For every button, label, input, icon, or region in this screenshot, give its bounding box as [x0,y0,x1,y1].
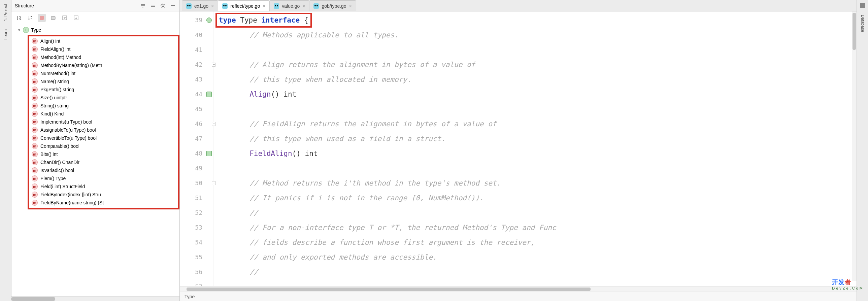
method-item[interactable]: Align() int [29,37,178,45]
show-non-public-icon[interactable] [49,14,57,22]
gutter-marker-icon[interactable] [207,151,212,156]
rail-item-database[interactable]: Database [859,11,866,36]
method-item[interactable]: ConvertibleTo(u Type) bool [29,134,178,142]
method-item[interactable]: Size() uintptr [29,94,178,102]
method-icon [32,54,38,60]
rail-item-project[interactable]: 1: Project [2,0,9,25]
editor-body: 39404142−43444546−47484950−5152535455565… [180,11,857,286]
method-label: FieldAlign() int [40,47,70,52]
close-icon[interactable]: × [302,3,305,9]
method-label: ChanDir() ChanDir [40,159,80,165]
database-icon[interactable] [860,3,865,8]
fold-icon[interactable]: − [212,63,216,67]
method-label: Comparable() bool [40,144,80,149]
highlighted-declaration: type Type interface { [216,13,312,28]
show-fields-icon[interactable] [38,14,46,22]
method-icon [32,46,38,52]
structure-title: Structure [15,3,34,8]
code-line: // and only exported methods are accessi… [214,250,857,265]
fold-icon[interactable]: − [212,181,216,185]
code-line: Align() int [214,87,857,102]
method-icon [32,191,38,198]
method-icon [32,143,38,149]
breadcrumb-segment[interactable]: Type [185,294,195,299]
scrollbar-thumb[interactable] [11,297,55,301]
gear-icon[interactable] [160,3,166,9]
go-file-icon [186,3,192,9]
gutter-line: 40 [180,28,213,42]
gutter-line: 51 [180,190,213,205]
gutter-line: 41 [180,42,213,57]
method-item[interactable]: Field(i int) StructField [29,182,178,190]
method-icon [32,95,38,101]
gutter-marker-icon[interactable] [207,18,212,23]
gutter-line: 55 [180,250,213,265]
close-icon[interactable]: × [211,3,214,9]
breadcrumb[interactable]: Type [180,292,857,301]
collapse-all-icon[interactable] [150,3,156,9]
method-item[interactable]: Comparable() bool [29,142,178,150]
code-line: // [214,205,857,220]
rail-item-learn[interactable]: Learn [2,25,9,44]
fold-icon[interactable]: − [212,122,216,126]
editor-vertical-scrollbar[interactable] [852,11,857,281]
left-tool-rail: 1: Project Learn [0,0,11,301]
structure-header: Structure [11,0,180,11]
tab-gob-type-go[interactable]: gob/type.go× [309,0,356,11]
svg-rect-2 [31,18,32,19]
method-item[interactable]: ChanDir() ChanDir [29,158,178,166]
method-icon [32,38,38,44]
method-item[interactable]: FieldAlign() int [29,45,178,53]
autoscroll-to-source-icon[interactable] [61,14,69,22]
method-item[interactable]: NumMethod() int [29,69,178,78]
expand-all-icon[interactable] [140,3,146,9]
method-item[interactable]: Elem() Type [29,174,178,182]
method-item[interactable]: Name() string [29,78,178,86]
method-icon [32,111,38,117]
method-icon [32,87,38,93]
method-item[interactable]: PkgPath() string [29,86,178,94]
tab-value-go[interactable]: value.go× [269,0,309,11]
watermark-text-2: 者 [845,279,851,285]
structure-toolbar [11,11,180,24]
code-pane[interactable]: type Type interface { // Methods applica… [214,11,857,286]
method-item[interactable]: String() string [29,102,178,110]
method-icon [32,70,38,77]
method-item[interactable]: Implements(u Type) bool [29,118,178,126]
method-item[interactable]: FieldByName(name string) (St [29,199,178,207]
scrollbar-thumb[interactable] [187,288,591,291]
method-item[interactable]: AssignableTo(u Type) bool [29,126,178,134]
scrollbar-thumb[interactable] [852,13,856,50]
tree-root-row[interactable]: ▼ Type [15,26,180,34]
method-icon [32,127,38,133]
method-label: String() string [40,103,69,109]
code-line: // Method returns the i'th method in the… [214,176,857,190]
editor-horizontal-scrollbar[interactable] [180,286,857,292]
method-label: Kind() Kind [40,111,64,117]
code-line: // It panics if i is not in the range [0… [214,190,857,205]
method-label: Size() uintptr [40,95,67,100]
close-icon[interactable]: × [349,3,352,9]
close-icon[interactable]: × [262,3,265,9]
method-label: Elem() Type [40,176,66,181]
sort-visibility-icon[interactable] [26,14,34,22]
code-line: // FieldAlign returns the alignment in b… [214,117,857,131]
autoscroll-from-source-icon[interactable] [72,14,80,22]
chevron-down-icon[interactable]: ▼ [18,28,21,32]
go-file-icon [274,3,279,9]
sort-alpha-icon[interactable] [15,14,23,22]
tab-reflect-type-go[interactable]: reflect/type.go× [218,0,270,11]
minimize-icon[interactable] [170,3,176,9]
method-label: FieldByIndex(index []int) Stru [40,192,101,197]
gutter-marker-icon[interactable] [207,92,212,97]
gutter-line: 46− [180,117,213,131]
method-item[interactable]: MethodByName(string) (Meth [29,61,178,69]
structure-horizontal-scrollbar[interactable] [11,296,180,301]
tab-ex1-go[interactable]: ex1.go× [182,0,218,11]
method-item[interactable]: IsVariadic() bool [29,166,178,174]
method-item[interactable]: Method(int) Method [29,53,178,61]
method-item[interactable]: Bits() int [29,150,178,158]
method-item[interactable]: Kind() Kind [29,110,178,118]
structure-tree[interactable]: ▼ Type Align() intFieldAlign() intMethod… [11,24,180,296]
method-item[interactable]: FieldByIndex(index []int) Stru [29,190,178,199]
